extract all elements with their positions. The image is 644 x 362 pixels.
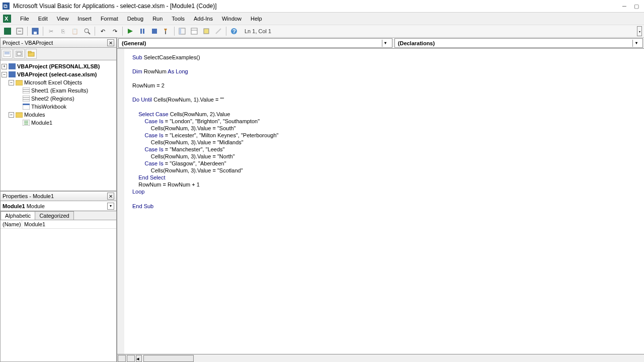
properties-panel-title-text: Properties - Module1: [3, 193, 54, 199]
code-bottom-bar: ◂: [117, 354, 644, 362]
toolbar: ✂ ⎘ 📋 ↶ ↷ ? Ln 1, Col 1 ▾: [0, 25, 644, 38]
break-button[interactable]: [137, 26, 148, 37]
toggle-folders-button[interactable]: [26, 49, 37, 59]
insert-item-button[interactable]: [14, 26, 25, 37]
tree-node-selectcase[interactable]: − VBAProject (select-case.xlsm): [2, 70, 115, 78]
svg-rect-19: [191, 28, 197, 34]
expander-icon[interactable]: +: [2, 64, 7, 69]
project-icon: [8, 63, 16, 70]
view-object-button[interactable]: [14, 49, 25, 59]
tree-node-modules[interactable]: − Modules: [2, 111, 115, 119]
view-excel-button[interactable]: [2, 26, 13, 37]
menu-view[interactable]: View: [53, 14, 73, 23]
redo-button[interactable]: ↷: [109, 26, 120, 37]
tab-alphabetic[interactable]: Alphabetic: [1, 211, 35, 220]
workbook-icon: [22, 103, 30, 110]
app-icon: ⧉: [2, 2, 10, 10]
project-explorer-button[interactable]: [177, 26, 188, 37]
code-window: (General) ▾ (Declarations) ▾ Sub SelectC…: [117, 38, 644, 362]
folder-icon: [15, 79, 23, 86]
expander-icon[interactable]: −: [2, 72, 7, 77]
project-panel-toolbar: [0, 48, 117, 60]
tree-node-personal[interactable]: + VBAProject (PERSONAL.XLSB): [2, 62, 115, 70]
svg-line-10: [88, 32, 90, 34]
properties-panel-title: Properties - Module1 ✕: [0, 191, 117, 201]
copy-button[interactable]: ⎘: [57, 26, 68, 37]
menu-run[interactable]: Run: [148, 14, 167, 23]
chevron-down-icon: ▾: [107, 203, 114, 210]
tab-categorized[interactable]: Categorized: [35, 211, 73, 220]
save-button[interactable]: [30, 26, 41, 37]
procedure-selector[interactable]: (Declarations) ▾: [394, 38, 643, 48]
menu-file[interactable]: File: [16, 14, 33, 23]
excel-icon[interactable]: X: [2, 14, 12, 24]
module-icon: [22, 119, 30, 126]
svg-rect-34: [16, 80, 23, 85]
svg-rect-4: [4, 28, 11, 35]
project-panel-title: Project - VBAProject ✕: [0, 38, 117, 48]
properties-window-button[interactable]: [189, 26, 200, 37]
svg-rect-33: [9, 71, 16, 77]
title-bar: ⧉ Microsoft Visual Basic for Application…: [0, 0, 644, 13]
maximize-button[interactable]: ▢: [631, 2, 642, 11]
svg-rect-21: [204, 29, 209, 34]
tree-node-thisworkbook[interactable]: ThisWorkbook: [2, 103, 115, 111]
project-panel-close-button[interactable]: ✕: [107, 39, 114, 46]
help-button[interactable]: ?: [228, 26, 239, 37]
cut-button[interactable]: ✂: [45, 26, 56, 37]
reset-button[interactable]: [149, 26, 160, 37]
svg-rect-29: [17, 52, 21, 55]
toolbox-button[interactable]: [213, 26, 224, 37]
properties-panel-close-button[interactable]: ✕: [107, 193, 114, 200]
tree-node-excel-objects[interactable]: − Microsoft Excel Objects: [2, 78, 115, 86]
svg-rect-12: [140, 29, 142, 34]
svg-rect-35: [23, 87, 30, 94]
property-row[interactable]: (Name) Module1: [1, 220, 116, 229]
folder-icon: [15, 111, 23, 118]
menu-format[interactable]: Format: [97, 14, 122, 23]
svg-rect-32: [9, 63, 16, 69]
tree-node-sheet1[interactable]: Sheet1 (Exam Results): [2, 86, 115, 95]
code-editor[interactable]: Sub SelectCaseExamples() Dim RowNum As L…: [117, 49, 644, 354]
menu-addins[interactable]: Add-Ins: [190, 14, 217, 23]
svg-rect-16: [165, 31, 166, 34]
cursor-position: Ln 1, Col 1: [245, 28, 275, 34]
horizontal-scrollbar[interactable]: [143, 355, 194, 362]
property-value[interactable]: Module1: [22, 220, 116, 228]
svg-rect-38: [23, 96, 30, 102]
menu-bar: X File Edit View Insert Format Debug Run…: [0, 13, 644, 25]
design-mode-button[interactable]: [161, 26, 172, 37]
scroll-left-button[interactable]: ◂: [136, 355, 142, 362]
menu-insert[interactable]: Insert: [73, 14, 96, 23]
window-title: Microsoft Visual Basic for Applications …: [13, 3, 619, 10]
menu-window[interactable]: Window: [218, 14, 246, 23]
find-button[interactable]: [82, 26, 93, 37]
svg-rect-43: [16, 113, 23, 118]
tree-node-sheet2[interactable]: Sheet2 (Regions): [2, 95, 115, 103]
view-code-button[interactable]: [2, 49, 13, 59]
object-selector[interactable]: (General) ▾: [118, 38, 392, 48]
menu-edit[interactable]: Edit: [34, 14, 52, 23]
properties-object-selector[interactable]: Module1 Module ▾: [0, 201, 117, 211]
properties-grid[interactable]: (Name) Module1: [0, 220, 117, 362]
menu-tools[interactable]: Tools: [168, 14, 189, 23]
svg-rect-13: [143, 29, 144, 34]
svg-rect-14: [152, 29, 157, 34]
project-tree[interactable]: + VBAProject (PERSONAL.XLSB) − VBAProjec…: [0, 60, 117, 191]
run-button[interactable]: [125, 26, 136, 37]
tree-node-module1[interactable]: Module1: [2, 119, 115, 127]
undo-button[interactable]: ↶: [97, 26, 108, 37]
procedure-view-button[interactable]: [118, 355, 126, 362]
svg-line-22: [216, 29, 221, 34]
object-browser-button[interactable]: [201, 26, 212, 37]
svg-rect-31: [28, 51, 31, 53]
minimize-button[interactable]: ─: [619, 2, 630, 11]
expander-icon[interactable]: −: [9, 112, 14, 118]
toolbar-overflow-button[interactable]: ▾: [637, 26, 642, 36]
menu-debug[interactable]: Debug: [123, 14, 147, 23]
svg-marker-11: [128, 29, 133, 34]
paste-button[interactable]: 📋: [69, 26, 80, 37]
full-module-view-button[interactable]: [127, 355, 135, 362]
menu-help[interactable]: Help: [247, 14, 266, 23]
expander-icon[interactable]: −: [9, 80, 14, 85]
